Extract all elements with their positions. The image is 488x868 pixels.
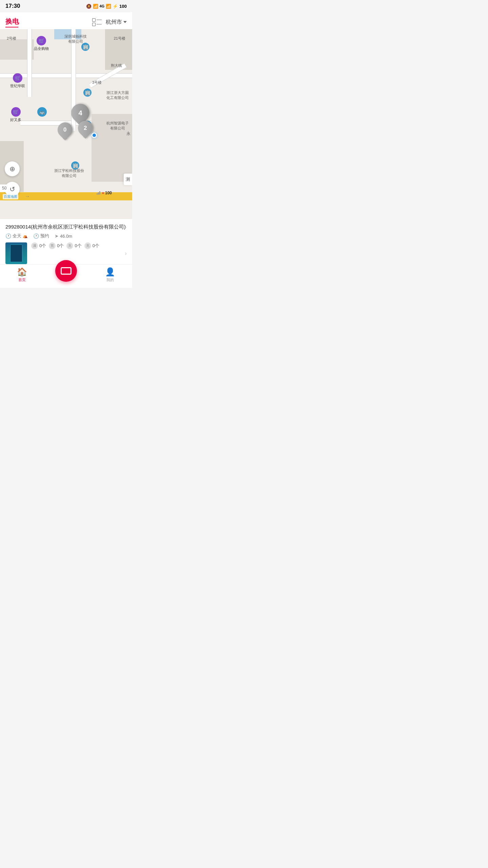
grid-line [97,20,102,20]
clock-icon: 🕐 [5,233,11,239]
wifi-icon: 📶 [93,4,98,9]
map-company-zheda: 浙江浙大方圆化工有限公司 [106,90,129,101]
bottom-navigation: 🏠 首页 👤 我的 [0,264,132,288]
mute-icon: 🔕 [86,4,92,9]
arrow-right-icon: → [25,194,30,199]
bus-stop-icon: 🚌 [37,107,47,117]
pin-marker-0[interactable]: 0 [58,122,73,139]
grid-line [97,24,102,25]
station-title: 299280014(杭州市余杭区浙江宇松科技股份有限公司) [5,223,127,230]
nav-home-label: 首页 [18,277,26,282]
appointment-label: 预约 [40,233,49,239]
header: 换电 杭州市 [0,12,132,29]
next-arrow-icon[interactable]: › [125,250,127,257]
slot-empty: 荒 0个 [49,242,64,249]
navigation-icon: ➤ [55,233,59,239]
building-icon-zheda: 🏢 [83,88,92,97]
slot-empty-count: 0个 [57,243,64,249]
road-v2 [27,29,32,97]
chevron-down-icon [123,21,127,23]
map-company-yusong: 浙江宇松科技股份有限公司 [54,168,84,179]
home-icon: 🏠 [17,267,27,277]
poi-pinquan-icon: 🛒 [37,36,46,45]
poi-haoyouduo-label: 好又多 [10,117,21,122]
slot-charging-icon-2: 充 [84,242,91,249]
slot-charging-icon-1: 充 [66,242,73,249]
poi-shiji[interactable]: 🛒 世纪华联 [10,73,25,88]
battery-slots: 满 0个 荒 0个 充 0个 充 0个 [31,242,121,249]
distance-value: 46.0m [60,234,72,239]
slot-empty-icon: 荒 [49,242,56,249]
map-label-2hao: 2号楼 [7,36,16,41]
signal-value: 100 [105,191,112,195]
baidu-logo: 百度地图 [3,194,18,199]
slot-full: 满 0个 [31,242,46,249]
pin-number-4: 4 [78,109,82,117]
page-title: 换电 [5,17,19,26]
hours-info: 🕐 全天 ⛺ [5,233,28,239]
list-grid-icon[interactable] [92,18,102,26]
locate-icon: ⊕ [9,165,15,173]
battery-level: 100 [119,4,127,9]
grid-cell [92,18,96,22]
map-company-zhiyuan: 杭州智源电子有限公司 [106,121,129,131]
open-icon: ⛺ [23,234,28,238]
pin-marker-2[interactable]: 2 [78,121,93,138]
fifty-label: 50 [0,184,8,192]
header-left: 换电 [5,17,19,27]
profile-icon: 👤 [105,267,115,277]
station-image [5,242,27,264]
building-icon-shenzhen: 🏢 [81,43,89,52]
hours-label: 全天 [13,233,21,239]
refresh-icon: ↺ [9,185,15,193]
status-icons: 🔕 📶 4G 📶 ⚡ 100 [86,4,127,9]
status-time: 17:30 [5,3,20,9]
user-location-dot [92,133,97,138]
station-cabinet [10,244,22,262]
map-label-jingda: 荆大线 [111,63,122,68]
building-icon-yusong: 🏢 [71,161,79,170]
calendar-icon: 🕐 [33,233,39,239]
survey-button[interactable]: 测 [124,174,132,185]
poi-shiji-label: 世纪华联 [10,83,25,88]
poi-pinquan[interactable]: 🛒 品全购物 [34,36,49,51]
poi-shiji-icon: 🛒 [13,73,22,83]
nav-mine[interactable]: 👤 我的 [88,267,132,282]
header-right: 杭州市 [92,18,127,26]
city-selector[interactable]: 杭州市 [106,19,127,26]
pin-number-0: 0 [63,126,66,133]
grid-cell [92,23,96,26]
charging-icon: ⚡ [113,4,118,9]
slot-charging-count-1: 0个 [75,243,81,249]
scan-button[interactable] [55,260,77,282]
slot-full-icon: 满 [31,242,38,249]
collapse-icon[interactable]: — [120,223,127,231]
map-container[interactable]: ← → 2号楼 21号楼 荆大线 3号楼 永 深圳城铄科技有限公司 浙江浙大方圆… [0,29,132,219]
distance-info: ➤ 46.0m [55,233,72,239]
slot-charging-count-2: 0个 [93,243,99,249]
title-underline [5,27,18,27]
map-label-3hao: 3号楼 [92,80,102,85]
nav-mine-label: 我的 [106,277,114,282]
poi-pinquan-label: 品全购物 [34,46,49,51]
poi-haoyouduo-icon: 🛒 [11,107,21,117]
nav-center-item [44,268,88,282]
signal-status: ✕ 100 [97,191,112,195]
signal-x-icon: ✕ [102,191,104,195]
scan-icon [61,267,72,275]
pin-number-2: 2 [84,125,87,132]
locate-button[interactable]: ⊕ [5,161,20,176]
slot-full-count: 0个 [39,243,46,249]
city-name: 杭州市 [106,19,122,26]
map-label-21hao: 21号楼 [114,36,125,41]
signal-bars [97,191,100,195]
signal-bars-icon: 📶 [106,4,111,9]
poi-haoyouduo[interactable]: 🛒 好又多 [10,107,21,122]
signal-4g-icon: 4G [100,4,105,8]
nav-home[interactable]: 🏠 首页 [0,267,44,282]
appointment-info: 🕐 预约 [33,233,49,239]
station-info-row: 🕐 全天 ⛺ 🕐 预约 ➤ 46.0m [5,233,127,239]
status-bar: 17:30 🔕 📶 4G 📶 ⚡ 100 [0,0,132,12]
station-card: — 299280014(杭州市余杭区浙江宇松科技股份有限公司) 🕐 全天 ⛺ 🕐… [0,219,132,264]
slot-charging-1: 充 0个 [66,242,81,249]
